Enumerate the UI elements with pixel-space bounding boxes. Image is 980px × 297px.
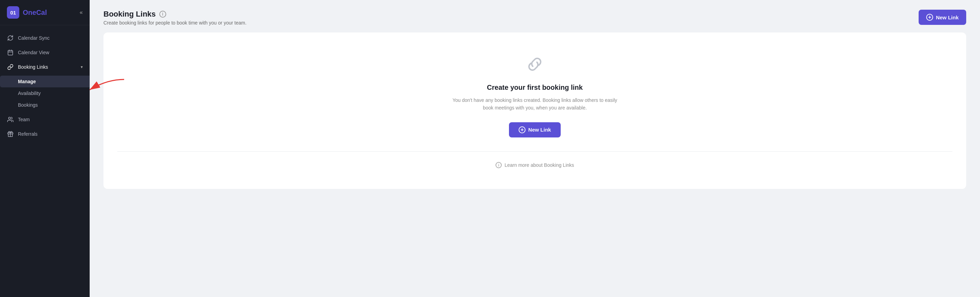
main-scrollable-content: Create your first booking link You don't… xyxy=(90,32,980,297)
new-link-header-button[interactable]: + New Link xyxy=(919,10,966,25)
svg-rect-0 xyxy=(8,50,13,55)
sidebar-item-label-referrals: Referrals xyxy=(18,131,38,137)
learn-more-label: Learn more about Booking Links xyxy=(504,162,574,168)
sidebar-item-calendar-view[interactable]: Calendar View xyxy=(0,45,90,60)
logo-text: OneCal xyxy=(23,9,47,17)
learn-more-info-icon: i xyxy=(496,162,502,168)
chevron-down-icon: ▾ xyxy=(81,65,83,69)
plus-circle-icon: + xyxy=(926,14,933,21)
bookings-label: Bookings xyxy=(18,102,38,108)
sub-nav: Manage Availability Bookings xyxy=(0,74,90,112)
empty-state-card: Create your first booking link You don't… xyxy=(103,32,966,189)
link-icon xyxy=(7,64,14,70)
sidebar: 01 OneCal « Calendar Sync xyxy=(0,0,90,297)
sync-icon xyxy=(7,35,14,42)
main-header: Booking Links i Create booking links for… xyxy=(90,0,980,32)
new-link-header-label: New Link xyxy=(936,14,959,21)
sidebar-item-label-team: Team xyxy=(18,117,30,122)
plus-circle-main-icon: + xyxy=(519,126,525,133)
svg-point-4 xyxy=(9,117,11,119)
empty-state-subtitle: You don't have any booking links created… xyxy=(452,96,617,112)
calendar-icon xyxy=(7,49,14,56)
learn-more-link[interactable]: i Learn more about Booking Links xyxy=(496,162,574,168)
chain-icon-area xyxy=(524,53,546,77)
logo-number: 01 xyxy=(10,10,16,16)
sidebar-item-label-calendar-view: Calendar View xyxy=(18,50,49,55)
sidebar-item-availability[interactable]: Availability xyxy=(18,87,90,99)
logo-box: 01 xyxy=(7,6,19,19)
page-title-text: Booking Links xyxy=(103,10,156,19)
page-subtitle: Create booking links for people to book … xyxy=(103,20,247,26)
new-link-main-button[interactable]: + New Link xyxy=(509,122,561,137)
team-icon xyxy=(7,116,14,123)
logo-part2: Cal xyxy=(36,9,47,16)
info-icon[interactable]: i xyxy=(159,11,166,18)
sidebar-item-label-booking-links: Booking Links xyxy=(18,64,48,70)
availability-label: Availability xyxy=(18,91,41,96)
logo-area[interactable]: 01 OneCal xyxy=(7,6,47,19)
sidebar-item-label-calendar-sync: Calendar Sync xyxy=(18,35,50,41)
sidebar-item-bookings[interactable]: Bookings xyxy=(18,99,90,111)
sidebar-item-booking-links[interactable]: Booking Links ▾ xyxy=(0,60,90,74)
divider xyxy=(117,151,952,152)
main-content-area: Booking Links i Create booking links for… xyxy=(90,0,980,297)
manage-label: Manage xyxy=(18,79,36,84)
sidebar-item-team[interactable]: Team xyxy=(0,112,90,127)
logo-part1: One xyxy=(23,9,36,16)
chain-icon xyxy=(524,53,546,75)
sidebar-item-manage[interactable]: Manage xyxy=(0,76,97,87)
gift-icon xyxy=(7,131,14,137)
collapse-button[interactable]: « xyxy=(80,9,83,16)
new-link-main-label: New Link xyxy=(528,127,551,133)
page-title: Booking Links i xyxy=(103,10,247,19)
sidebar-item-calendar-sync[interactable]: Calendar Sync xyxy=(0,31,90,45)
sidebar-item-referrals[interactable]: Referrals xyxy=(0,127,90,141)
empty-state-title: Create your first booking link xyxy=(487,83,583,91)
page-title-area: Booking Links i Create booking links for… xyxy=(103,10,247,26)
sidebar-nav: Calendar Sync Calendar View xyxy=(0,25,90,297)
sidebar-header: 01 OneCal « xyxy=(0,0,90,25)
